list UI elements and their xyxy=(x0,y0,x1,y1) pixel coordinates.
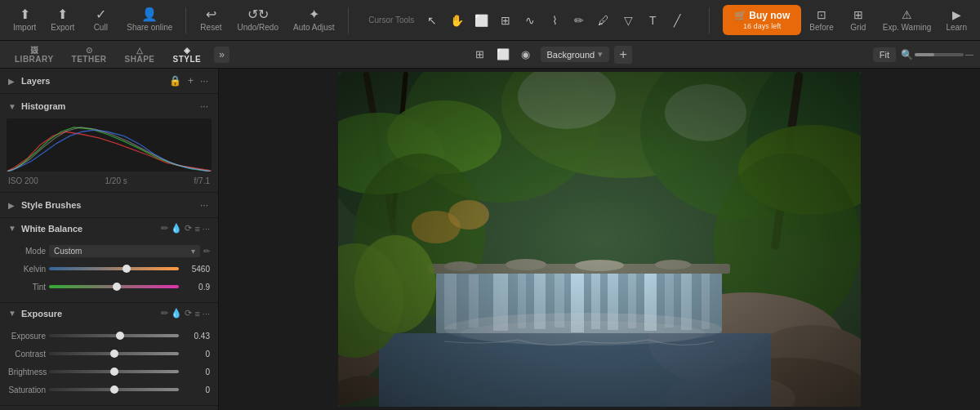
toolbar-separator-2 xyxy=(348,7,349,33)
cursor-gradient-tool[interactable]: ▽ xyxy=(617,9,639,32)
cursor-hand-tool[interactable]: ✋ xyxy=(445,9,468,32)
exp-contrast-slider[interactable] xyxy=(49,352,179,355)
cursor-transform-tool[interactable]: ⊞ xyxy=(494,9,517,32)
import-icon: ⬆ xyxy=(20,8,30,21)
main-content: ▶ Layers 🔒 + ··· ▼ Histogram ··· xyxy=(0,69,980,410)
exposure-more-icon[interactable]: ··· xyxy=(203,309,210,319)
wb-tint-slider[interactable] xyxy=(49,285,179,288)
white-balance-header[interactable]: ▼ White Balance ✏ 💧 ⟳ ≡ ··· xyxy=(0,218,218,238)
learn-icon: ▶ xyxy=(952,8,961,21)
zoom-minus-icon: — xyxy=(965,50,973,59)
layer-select[interactable]: Background ▾ xyxy=(541,47,610,62)
toolbar-separator-1 xyxy=(185,7,186,33)
second-toolbar: 🖼 LIBRARY ⊙ TETHER △ SHAPE ◈ STYLE » ⊞ ⬜… xyxy=(0,41,980,69)
reset-icon: ↩ xyxy=(206,8,216,21)
wb-tint-row: Tint 0.9 xyxy=(8,278,210,296)
wb-sync-icon[interactable]: ⟳ xyxy=(185,223,192,234)
cull-button[interactable]: ✓ Cull xyxy=(82,5,118,35)
share-online-button[interactable]: 👤 Share online xyxy=(120,5,179,35)
wb-edit-icon[interactable]: ✏ xyxy=(161,223,168,234)
export-icon: ⬆ xyxy=(57,8,68,21)
nav-tabs: 🖼 LIBRARY ⊙ TETHER △ SHAPE ◈ STYLE xyxy=(7,42,209,67)
cursor-text-tool[interactable]: T xyxy=(641,9,664,32)
histogram-chevron: ▼ xyxy=(8,102,16,111)
view-grid-button[interactable]: ⊞ xyxy=(470,45,490,65)
exposure-dropper-icon[interactable]: 💧 xyxy=(171,308,182,319)
wb-dropper-icon[interactable]: 💧 xyxy=(171,223,182,234)
wb-list-icon[interactable]: ≡ xyxy=(194,224,199,234)
learn-button[interactable]: ▶ Learn xyxy=(939,5,973,35)
cursor-pen-tool[interactable]: 🖊 xyxy=(592,9,615,32)
auto-adjust-button[interactable]: ✦ Auto Adjust xyxy=(287,5,341,35)
exposure-sync-icon[interactable]: ⟳ xyxy=(185,308,192,319)
photo-area xyxy=(219,69,980,410)
cursor-crop-tool[interactable]: ⬜ xyxy=(470,9,492,32)
cursor-line-tool[interactable]: ╱ xyxy=(666,9,688,32)
wb-mode-edit-icon[interactable]: ✏ xyxy=(203,247,210,256)
reset-button[interactable]: ↩ Reset xyxy=(193,5,229,35)
hdr-header[interactable]: ▼ High Dynamic Range ✏ 💧 ⟳ ≡ ··· xyxy=(0,406,218,410)
view-single-button[interactable]: ⬜ xyxy=(493,45,513,65)
exp-brightness-slider[interactable] xyxy=(49,370,179,373)
before-icon: ⊡ xyxy=(817,8,826,21)
view-overlay-button[interactable]: ◉ xyxy=(516,45,536,65)
tab-shape[interactable]: △ SHAPE xyxy=(117,42,163,67)
zoom-search-icon: 🔍 xyxy=(901,49,913,60)
wb-tint-thumb[interactable] xyxy=(113,283,121,291)
tab-tether[interactable]: ⊙ TETHER xyxy=(64,42,115,67)
layer-name: Background xyxy=(547,50,595,60)
before-button[interactable]: ⊡ Before xyxy=(803,5,840,35)
wb-header-icons: ✏ 💧 ⟳ ≡ ··· xyxy=(161,223,210,234)
exposure-list-icon[interactable]: ≡ xyxy=(194,309,199,319)
svg-rect-49 xyxy=(338,72,861,407)
import-button[interactable]: ⬆ Import xyxy=(7,5,42,35)
wb-kelvin-thumb[interactable] xyxy=(122,265,131,273)
wb-kelvin-row: Kelvin 5460 xyxy=(8,260,210,278)
layers-add-icon[interactable]: + xyxy=(186,74,195,88)
fit-button[interactable]: Fit xyxy=(873,47,896,62)
layers-header[interactable]: ▶ Layers 🔒 + ··· xyxy=(0,69,218,93)
tab-style[interactable]: ◈ STYLE xyxy=(165,42,210,67)
cursor-heal-tool[interactable]: ∿ xyxy=(519,9,541,32)
shape-icon: △ xyxy=(136,46,144,55)
share-icon: 👤 xyxy=(141,8,158,21)
exposure-edit-icon[interactable]: ✏ xyxy=(161,308,168,319)
layer-select-chevron: ▾ xyxy=(598,49,603,60)
layers-more-icon[interactable]: ··· xyxy=(198,74,210,88)
layers-lock-icon[interactable]: 🔒 xyxy=(167,74,183,88)
grid-button[interactable]: ⊞ Grid xyxy=(842,5,875,35)
tab-library[interactable]: 🖼 LIBRARY xyxy=(7,42,62,67)
style-brushes-header[interactable]: ▶ Style Brushes ··· xyxy=(0,193,218,217)
wb-mode-row: Mode Custom ▾ ✏ xyxy=(8,242,210,260)
cursor-brush-tool[interactable]: ✏ xyxy=(568,9,590,32)
exp-contrast-row: Contrast 0 xyxy=(8,345,210,363)
exp-warning-button[interactable]: ⚠ Exp. Warning xyxy=(876,5,938,35)
wb-mode-select[interactable]: Custom ▾ xyxy=(49,245,200,257)
toolbar-separator-3 xyxy=(709,7,710,33)
grid-icon: ⊞ xyxy=(853,8,863,21)
histogram-chart xyxy=(7,118,212,172)
exp-contrast-thumb[interactable] xyxy=(110,350,118,358)
cursor-curve-tool[interactable]: ⌇ xyxy=(543,9,566,32)
histogram-more-icon[interactable]: ··· xyxy=(198,99,210,114)
histogram-header[interactable]: ▼ Histogram ··· xyxy=(0,94,218,118)
exp-brightness-row: Brightness 0 xyxy=(8,363,210,381)
add-layer-button[interactable]: + xyxy=(614,46,632,64)
expand-panel-button[interactable]: » xyxy=(214,47,229,63)
cursor-select-tool[interactable]: ↖ xyxy=(421,9,443,32)
wb-more-icon[interactable]: ··· xyxy=(203,224,210,234)
export-button[interactable]: ⬆ Export xyxy=(44,5,81,35)
exp-exposure-row: Exposure 0.43 xyxy=(8,327,210,345)
exp-saturation-thumb[interactable] xyxy=(110,385,118,394)
undo-redo-button[interactable]: ↺↻ Undo/Redo xyxy=(230,5,285,35)
exp-exposure-slider[interactable] xyxy=(49,334,179,337)
tether-icon: ⊙ xyxy=(86,46,93,55)
style-brushes-more-icon[interactable]: ··· xyxy=(198,198,210,212)
exp-exposure-thumb[interactable] xyxy=(116,332,124,340)
buy-now-button[interactable]: 🛒 Buy now 16 days left xyxy=(723,5,801,35)
exposure-header[interactable]: ▼ Exposure ✏ 💧 ⟳ ≡ ··· xyxy=(0,303,218,323)
exp-saturation-slider[interactable] xyxy=(49,388,179,391)
wb-kelvin-slider[interactable] xyxy=(49,267,179,270)
exp-brightness-thumb[interactable] xyxy=(110,368,118,376)
zoom-slider[interactable] xyxy=(915,53,964,56)
